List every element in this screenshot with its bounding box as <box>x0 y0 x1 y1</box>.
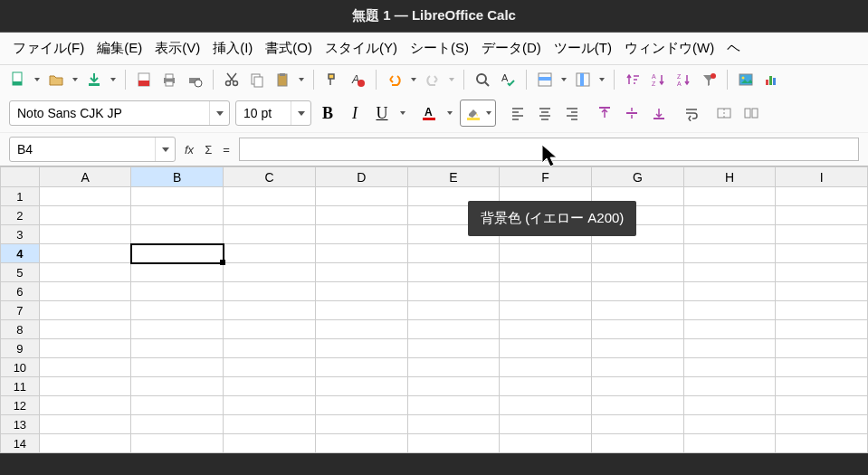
undo-button[interactable] <box>384 69 405 90</box>
cell-G6[interactable] <box>591 282 683 301</box>
italic-button[interactable]: I <box>344 102 366 124</box>
row-header-12[interactable]: 12 <box>1 396 40 415</box>
cell-C3[interactable] <box>224 225 316 244</box>
cell-C8[interactable] <box>224 320 316 339</box>
cell-G13[interactable] <box>591 415 683 434</box>
cell-D8[interactable] <box>315 320 407 339</box>
row-header-6[interactable]: 6 <box>1 282 40 301</box>
row-header-9[interactable]: 9 <box>1 339 40 358</box>
spellcheck-button[interactable]: A <box>497 69 519 90</box>
cell-C9[interactable] <box>224 339 316 358</box>
cell-I1[interactable] <box>776 187 868 206</box>
cell-B11[interactable] <box>131 377 224 396</box>
cell-C7[interactable] <box>224 301 316 320</box>
menu-sheet[interactable]: シート(S) <box>406 38 472 59</box>
cell-H7[interactable] <box>683 301 776 320</box>
cell-B5[interactable] <box>131 263 224 282</box>
cell-H4[interactable] <box>683 244 776 263</box>
paste-dropdown[interactable] <box>297 78 306 81</box>
new-doc-button[interactable] <box>7 69 29 90</box>
cell-G5[interactable] <box>591 263 683 282</box>
font-name-combo[interactable] <box>9 100 230 126</box>
image-button[interactable] <box>735 69 757 90</box>
cell-G11[interactable] <box>591 377 683 396</box>
font-color-dropdown[interactable] <box>445 111 454 115</box>
cell-A13[interactable] <box>39 415 131 434</box>
background-color-dropdown[interactable] <box>484 111 493 115</box>
cell-A6[interactable] <box>39 282 131 301</box>
cell-D4[interactable] <box>315 244 407 263</box>
cell-E5[interactable] <box>407 263 500 282</box>
find-button[interactable] <box>472 69 493 90</box>
valign-bottom-button[interactable] <box>648 102 670 124</box>
cut-button[interactable] <box>221 69 243 90</box>
cell-I3[interactable] <box>776 225 868 244</box>
menu-view[interactable]: 表示(V) <box>151 38 204 59</box>
new-doc-dropdown[interactable] <box>33 78 42 81</box>
cell-H5[interactable] <box>683 263 776 282</box>
menu-edit[interactable]: 編集(E) <box>93 38 146 59</box>
underline-dropdown[interactable] <box>398 111 407 115</box>
cell-H13[interactable] <box>683 415 776 434</box>
underline-button[interactable]: U <box>371 102 393 124</box>
cell-reference-combo[interactable] <box>9 137 176 162</box>
column-header-G[interactable]: G <box>591 167 683 187</box>
cell-A7[interactable] <box>39 301 131 320</box>
autofilter-button[interactable]: ZA <box>672 69 694 90</box>
cell-C1[interactable] <box>224 187 316 206</box>
menu-style[interactable]: スタイル(Y) <box>321 38 401 59</box>
cell-C14[interactable] <box>224 434 316 453</box>
cell-F13[interactable] <box>500 415 592 434</box>
cell-A2[interactable] <box>39 206 131 225</box>
column-dropdown[interactable] <box>597 78 606 81</box>
cell-A5[interactable] <box>39 263 131 282</box>
cell-D1[interactable] <box>315 187 407 206</box>
clear-format-button[interactable]: A <box>347 69 368 90</box>
function-wizard-icon[interactable]: fx <box>183 143 196 157</box>
row-header-1[interactable]: 1 <box>1 187 40 206</box>
cell-B6[interactable] <box>131 282 224 301</box>
select-all-corner[interactable] <box>1 167 40 187</box>
cell-G8[interactable] <box>591 320 683 339</box>
column-header-B[interactable]: B <box>131 167 224 187</box>
cell-H11[interactable] <box>683 377 776 396</box>
cell-E12[interactable] <box>407 396 500 415</box>
cell-G12[interactable] <box>591 396 683 415</box>
row-header-4[interactable]: 4 <box>1 244 40 263</box>
cell-I14[interactable] <box>776 434 868 453</box>
save-button[interactable] <box>83 69 105 90</box>
cell-B8[interactable] <box>131 320 224 339</box>
cell-D5[interactable] <box>315 263 407 282</box>
cell-H14[interactable] <box>683 434 776 453</box>
cell-A8[interactable] <box>39 320 131 339</box>
cell-I11[interactable] <box>776 377 868 396</box>
row-button[interactable] <box>534 69 556 90</box>
cell-I12[interactable] <box>776 396 868 415</box>
cell-E13[interactable] <box>407 415 500 434</box>
redo-dropdown[interactable] <box>447 78 456 81</box>
cell-D3[interactable] <box>315 225 407 244</box>
row-header-7[interactable]: 7 <box>1 301 40 320</box>
cell-F7[interactable] <box>500 301 592 320</box>
cell-E11[interactable] <box>407 377 500 396</box>
font-name-dropdown[interactable] <box>209 101 229 125</box>
cell-I10[interactable] <box>776 358 868 377</box>
cell-G7[interactable] <box>591 301 683 320</box>
export-pdf-button[interactable] <box>133 69 155 90</box>
font-name-input[interactable] <box>10 106 209 120</box>
open-button[interactable] <box>45 69 67 90</box>
merge-cells-button[interactable] <box>713 102 735 124</box>
cell-H6[interactable] <box>683 282 776 301</box>
cell-B3[interactable] <box>131 225 224 244</box>
cell-B4[interactable] <box>131 244 224 263</box>
cell-B9[interactable] <box>131 339 224 358</box>
cell-H2[interactable] <box>683 206 776 225</box>
align-center-button[interactable] <box>534 102 556 124</box>
cell-H8[interactable] <box>683 320 776 339</box>
row-header-14[interactable]: 14 <box>1 434 40 453</box>
cell-E9[interactable] <box>407 339 500 358</box>
paste-button[interactable] <box>272 69 293 90</box>
menu-format[interactable]: 書式(O) <box>262 38 316 59</box>
wrap-text-button[interactable] <box>681 102 702 124</box>
align-right-button[interactable] <box>561 102 583 124</box>
